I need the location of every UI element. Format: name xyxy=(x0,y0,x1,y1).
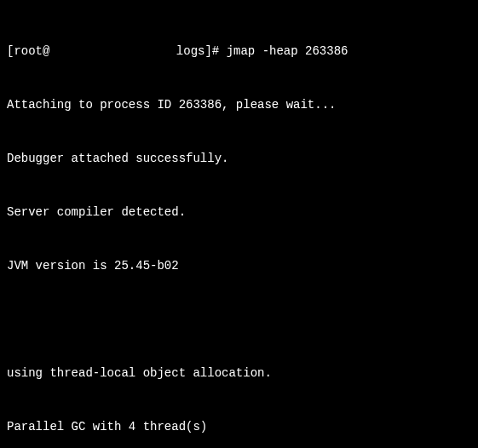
command: jmap -heap 263386 xyxy=(227,43,348,60)
attaching-message: Attaching to process ID 263386, please w… xyxy=(7,96,471,114)
blank-line xyxy=(7,311,471,329)
prompt-cwd-suffix: logs]# xyxy=(169,43,219,60)
jvm-version-message: JVM version is 25.45-b02 xyxy=(7,257,471,275)
redacted-hostname xyxy=(49,43,169,60)
command-text xyxy=(219,43,226,60)
allocation-message: using thread-local object allocation. xyxy=(7,365,471,382)
compiler-message: Server compiler detected. xyxy=(7,204,471,221)
command-prompt-line: [root@ logs]# jmap -heap 263386 xyxy=(7,43,471,60)
gc-info-message: Parallel GC with 4 thread(s) xyxy=(7,418,471,436)
terminal-output: [root@ logs]# jmap -heap 263386 Attachin… xyxy=(7,7,471,448)
debugger-message: Debugger attached successfully. xyxy=(7,150,471,168)
prompt-user-host-prefix: [root@ xyxy=(7,43,49,60)
